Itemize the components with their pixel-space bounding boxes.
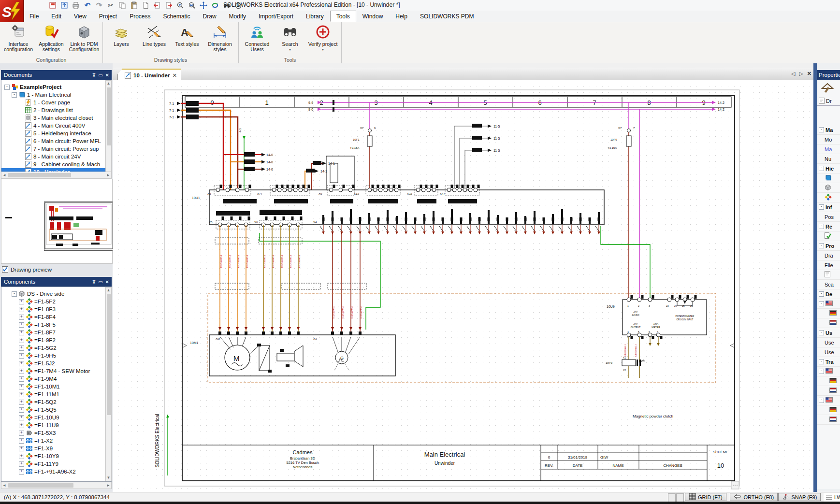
menu-tools[interactable]: Tools	[330, 11, 356, 22]
menu-edit[interactable]: Edit	[45, 11, 68, 22]
expand-toggle[interactable]: -	[12, 92, 17, 98]
expand-toggle[interactable]: +	[19, 338, 24, 343]
expand-toggle[interactable]: +	[19, 407, 24, 413]
menu-project[interactable]: Project	[93, 11, 123, 22]
dimension-styles-button[interactable]: Dimension styles	[203, 23, 236, 53]
application-settings-button[interactable]: Application settings	[35, 23, 68, 53]
document-page-8-main-circuit-24v[interactable]: 8 - Main circuit 24V	[1, 153, 111, 160]
component--f1-8f3[interactable]: +=F1-8F3	[1, 305, 111, 313]
component--f1-11u9[interactable]: +=F1-11U9	[1, 421, 111, 429]
connected-users-button[interactable]: Connected Users	[241, 23, 274, 53]
component--f1-91-a96-x2[interactable]: +=F1-+91-A96-X2	[1, 468, 111, 475]
line-types-button[interactable]: Line types	[138, 23, 171, 48]
component--f1-10u9[interactable]: +=F1-10U9	[1, 414, 111, 421]
component--f1-9f2[interactable]: +=F1-9F2	[1, 336, 111, 344]
toggle-snap-f9-[interactable]: SNAP (F9)	[778, 493, 821, 501]
component-icon[interactable]	[817, 193, 840, 202]
export-dwg-icon[interactable]	[164, 1, 173, 10]
zoom-in-icon[interactable]	[176, 1, 185, 10]
property-file[interactable]: File	[817, 260, 840, 270]
close-icon[interactable]: ✕	[105, 72, 109, 78]
flag-nl-icon[interactable]	[817, 318, 840, 328]
property-group-us[interactable]: -Us	[817, 328, 840, 338]
close-tab-icon[interactable]: ✕	[172, 72, 177, 79]
component--f1-10y9[interactable]: +=F1-10Y9	[1, 452, 111, 460]
menu-help[interactable]: Help	[389, 11, 414, 22]
expand-toggle[interactable]: +	[19, 361, 24, 366]
expand-toggle[interactable]: -	[12, 291, 17, 297]
component--f1-10m1[interactable]: +=F1-10M1	[1, 383, 111, 390]
lineweight-segment[interactable]: LW	[824, 493, 840, 502]
property-use[interactable]: Use	[817, 338, 840, 347]
interface-configuration-button[interactable]: Interface configuration	[2, 23, 35, 53]
expand-toggle[interactable]: +	[19, 299, 24, 304]
layers-button[interactable]: Layers	[105, 23, 138, 48]
expand-toggle[interactable]: +	[19, 454, 24, 459]
document-page-7-main-circuit-power-sup[interactable]: 7 - Main circuit: Power sup	[1, 145, 111, 153]
doc-check-icon[interactable]	[817, 231, 840, 241]
components-vertical-scrollbar[interactable]: ▲ ▼	[105, 287, 112, 481]
new-document-icon[interactable]	[141, 1, 150, 10]
text-styles-button[interactable]: AText styles	[171, 23, 203, 48]
right-dock-splitter[interactable]	[813, 63, 817, 492]
checkbox-checked-icon[interactable]	[2, 266, 8, 273]
expand-toggle[interactable]: +	[19, 446, 24, 451]
expand-toggle[interactable]: +	[19, 384, 24, 389]
expand-toggle[interactable]: +	[19, 392, 24, 397]
property-group-re[interactable]: -Re	[817, 222, 840, 231]
expand-toggle[interactable]: +	[19, 315, 24, 320]
properties-tab-drawing[interactable]: Dr	[817, 96, 840, 106]
menu-library[interactable]: Library	[300, 11, 330, 22]
close-document-icon[interactable]: ✕	[807, 71, 811, 77]
pan-icon[interactable]	[199, 1, 208, 10]
expand-toggle[interactable]: +	[19, 431, 24, 436]
menu-import-export[interactable]: Import/Export	[252, 11, 300, 22]
expand-toggle[interactable]: +	[19, 423, 24, 428]
expand-toggle[interactable]: +	[19, 400, 24, 405]
document-page-2-drawings-list[interactable]: 2 - Drawings list	[1, 106, 111, 114]
verify-project-button[interactable]: Verify project▾	[306, 23, 339, 53]
cut-icon[interactable]: ✂	[106, 1, 115, 10]
flag-nl-icon[interactable]	[817, 415, 840, 425]
document-page-5-heidelberg-interface[interactable]: 5 - Heidelberg interface	[1, 130, 111, 137]
component-group-ds-drive-side[interactable]: -DS - Drive side	[1, 290, 111, 298]
component--f1-7m4-sew-motor[interactable]: +=F1-7M4 - SEW Motor	[1, 367, 111, 375]
drawing-preview-toggle[interactable]: Drawing preview	[2, 266, 52, 273]
tab-10-unwinder[interactable]: 10 - Unwinder ✕	[117, 69, 181, 81]
property-group-de[interactable]: -De	[817, 289, 840, 299]
components-horizontal-scrollbar[interactable]: ◄ ►	[1, 482, 112, 489]
expand-toggle[interactable]: +	[19, 469, 24, 475]
property-dra[interactable]: Dra	[817, 251, 840, 260]
toggle-ortho-f8-[interactable]: ORTHO (F8)	[730, 493, 778, 501]
cube-icon[interactable]	[817, 183, 840, 193]
flag-us-icon[interactable]: -	[817, 396, 840, 405]
component--f1-9h5[interactable]: +=F1-9H5	[1, 352, 111, 360]
property-nu[interactable]: Nu	[817, 154, 840, 164]
import-dwg-icon[interactable]	[153, 1, 161, 10]
flag-us-icon[interactable]: -	[817, 367, 840, 376]
menu-modify[interactable]: Modify	[223, 11, 252, 22]
undo-icon[interactable]: ↶	[83, 1, 92, 10]
menu-window[interactable]: Window	[356, 11, 390, 22]
flag-nl-icon[interactable]	[817, 386, 840, 396]
documents-vertical-scrollbar[interactable]: ▲ ▼	[105, 80, 112, 179]
expand-toggle[interactable]: -	[4, 85, 10, 90]
property-group-hie[interactable]: -Hie	[817, 164, 840, 173]
expand-toggle[interactable]: +	[19, 438, 24, 444]
property-group-inf[interactable]: -Inf	[817, 202, 840, 212]
property-group-pro[interactable]: -Pro	[817, 241, 840, 251]
properties-tool-icon[interactable]	[821, 83, 834, 95]
component--f1-8f4[interactable]: +=F1-8F4	[1, 313, 111, 321]
link-pdm-button[interactable]: Link to PDM Configuration	[68, 23, 101, 53]
document-page-1-cover-page[interactable]: 1 - Cover page	[1, 99, 111, 106]
drawing-canvas[interactable]: 0123456789CadmesBrabantlaan 3D5216 TV De…	[113, 80, 813, 492]
menu-solidworks-pdm[interactable]: SOLIDWORKS PDM	[414, 11, 480, 22]
menu-schematic[interactable]: Schematic	[157, 11, 197, 22]
toggle-grid-f7-[interactable]: GRID (F7)	[685, 493, 726, 501]
component--f1-5q5[interactable]: +=F1-5Q5	[1, 406, 111, 414]
menu-file[interactable]: File	[23, 11, 45, 22]
tree-book-main-electrical[interactable]: -1 - Main Electrical	[1, 91, 111, 99]
open-icon[interactable]	[60, 1, 69, 10]
document-page-3-main-electrical-closet[interactable]: 3 - Main electrical closet	[1, 114, 111, 122]
property-sca[interactable]: Sca	[817, 280, 840, 289]
